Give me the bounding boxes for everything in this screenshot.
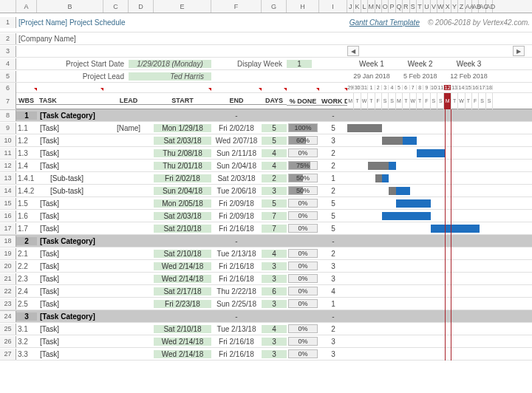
col-day[interactable]: AB — [472, 0, 479, 13]
end-cell[interactable]: Sun 2/04/18 — [211, 162, 262, 170]
start-cell[interactable]: Mon 2/05/18 — [154, 199, 211, 208]
task-cell[interactable]: [Task] — [37, 250, 103, 258]
wbs-cell[interactable]: 2.2 — [16, 262, 37, 270]
wbs-cell[interactable]: 1 — [16, 112, 37, 120]
rowhdr-6[interactable]: 6 — [0, 83, 16, 93]
wbs-cell[interactable]: 1.1 — [16, 124, 37, 132]
lead-value[interactable]: Ted Harris — [129, 72, 211, 81]
col-C[interactable]: C — [103, 0, 129, 13]
task-cell[interactable]: [Task Category] — [37, 112, 103, 120]
work-cell[interactable]: 2 — [319, 149, 347, 157]
days-cell[interactable]: 3 — [262, 275, 287, 283]
rowhdr-5[interactable]: 5 — [0, 71, 16, 82]
wbs-cell[interactable]: 1.3 — [16, 149, 37, 157]
rowhdr[interactable]: 25 — [0, 324, 16, 335]
table-row[interactable]: 121.4[Task]Thu 2/01/18Sun 2/04/18475%2 — [0, 160, 532, 172]
table-row[interactable]: 161.6[Task]Sat 2/03/18Fri 2/09/1870%5 — [0, 210, 532, 222]
pct-cell[interactable]: 60% — [288, 136, 318, 145]
col-I[interactable]: I — [319, 0, 347, 13]
days-cell[interactable]: 7 — [262, 212, 287, 220]
work-cell[interactable]: 3 — [319, 262, 347, 270]
pct-cell[interactable]: 100% — [288, 123, 318, 132]
col-day[interactable]: T — [417, 0, 423, 13]
table-row[interactable]: 253.1[Task]Sat 2/10/18Tue 2/13/1840%2 — [0, 323, 532, 335]
display-week-value[interactable]: 1 — [287, 60, 312, 68]
end-cell[interactable]: Tue 2/13/18 — [211, 325, 262, 333]
end-cell[interactable]: Sun 2/11/18 — [211, 149, 262, 157]
template-link[interactable]: Gantt Chart Template — [347, 18, 422, 27]
days-cell[interactable]: 3 — [262, 338, 287, 346]
days-cell[interactable]: 5 — [262, 199, 287, 208]
days-cell[interactable]: 4 — [262, 250, 287, 258]
task-cell[interactable]: [Task] — [37, 212, 103, 220]
end-cell[interactable]: Fri 2/09/18 — [211, 212, 262, 220]
rowhdr[interactable]: 23 — [0, 298, 16, 310]
wbs-cell[interactable]: 1.6 — [16, 212, 37, 220]
start-cell[interactable]: Sat 2/03/18 — [154, 137, 211, 145]
table-row[interactable]: 212.3[Task]Wed 2/14/18Fri 2/16/1830%3 — [0, 273, 532, 285]
end-cell[interactable]: Fri 2/16/18 — [211, 350, 262, 358]
table-row[interactable]: 151.5[Task]Mon 2/05/18Fri 2/09/1850%5 — [0, 197, 532, 210]
days-cell[interactable]: 7 — [262, 225, 287, 233]
table-row[interactable]: 141.4.2[Sub-task]Sun 2/04/18Tue 2/06/183… — [0, 185, 532, 197]
pct-cell[interactable]: 0% — [288, 249, 318, 258]
end-cell[interactable]: Fri 2/16/18 — [211, 262, 262, 270]
table-row[interactable]: 202.2[Task]Wed 2/14/18Fri 2/16/1830%3 — [0, 260, 532, 273]
days-cell[interactable]: 5 — [262, 137, 287, 145]
col-day[interactable]: U — [423, 0, 430, 13]
rowhdr[interactable]: 12 — [0, 160, 16, 171]
end-cell[interactable]: - — [211, 112, 262, 120]
wbs-cell[interactable]: 2.3 — [16, 275, 37, 283]
col-day[interactable]: S — [410, 0, 417, 13]
col-day[interactable]: AD — [486, 0, 493, 13]
work-cell[interactable]: 4 — [319, 287, 347, 295]
work-cell[interactable]: 5 — [319, 225, 347, 233]
wbs-cell[interactable]: 3.3 — [16, 350, 37, 358]
start-cell[interactable]: Wed 2/14/18 — [154, 275, 211, 283]
pct-cell[interactable]: 0% — [288, 324, 318, 333]
work-cell[interactable]: 5 — [319, 212, 347, 220]
days-cell[interactable]: 3 — [262, 300, 287, 308]
start-cell[interactable]: Sat 2/17/18 — [154, 287, 211, 295]
work-cell[interactable]: - — [319, 112, 347, 120]
wbs-cell[interactable]: 3.1 — [16, 325, 37, 333]
rowhdr[interactable]: 20 — [0, 261, 16, 272]
start-cell[interactable]: Fri 2/23/18 — [154, 300, 211, 308]
end-cell[interactable]: Fri 2/16/18 — [211, 338, 262, 346]
task-cell[interactable]: [Task] — [37, 124, 103, 132]
end-cell[interactable]: Fri 2/09/18 — [211, 199, 262, 208]
table-row[interactable]: 263.2[Task]Wed 2/14/18Fri 2/16/1830%3 — [0, 335, 532, 348]
start-cell[interactable]: Sat 2/03/18 — [154, 212, 211, 220]
rowhdr[interactable]: 22 — [0, 286, 16, 297]
rowhdr-3[interactable]: 3 — [0, 46, 16, 57]
end-cell[interactable]: Thu 2/22/18 — [211, 287, 262, 295]
table-row[interactable]: 171.7[Task]Sat 2/10/18Fri 2/16/1870%5 — [0, 222, 532, 235]
pct-cell[interactable]: 50% — [288, 174, 318, 182]
work-cell[interactable]: 1 — [319, 300, 347, 308]
work-cell[interactable]: 3 — [319, 137, 347, 145]
task-cell[interactable]: [Sub-task] — [37, 187, 103, 195]
pct-cell[interactable]: 0% — [288, 199, 318, 208]
rowhdr[interactable]: 27 — [0, 349, 16, 360]
work-cell[interactable]: 2 — [319, 187, 347, 195]
scroll-right-button[interactable]: ▶ — [513, 46, 525, 56]
pct-cell[interactable]: 0% — [288, 337, 318, 346]
task-cell[interactable]: [Task] — [37, 338, 103, 346]
start-cell[interactable]: Wed 2/14/18 — [154, 350, 211, 358]
col-day[interactable]: K — [354, 0, 361, 13]
col-day[interactable]: Y — [451, 0, 458, 13]
days-cell[interactable]: 3 — [262, 262, 287, 270]
start-cell[interactable]: Sat 2/10/18 — [154, 325, 211, 333]
work-cell[interactable]: 1 — [319, 174, 347, 182]
days-cell[interactable]: 6 — [262, 287, 287, 295]
scroll-left-button[interactable]: ◀ — [347, 46, 359, 56]
col-H[interactable]: H — [287, 0, 319, 13]
end-cell[interactable]: Wed 2/07/18 — [211, 137, 262, 145]
rowhdr-1[interactable]: 1 — [0, 17, 16, 28]
col-B[interactable]: B — [37, 0, 103, 13]
work-cell[interactable]: 2 — [319, 250, 347, 258]
rowhdr[interactable]: 13 — [0, 173, 16, 184]
task-cell[interactable]: [Task] — [37, 300, 103, 308]
col-day[interactable]: O — [382, 0, 389, 13]
days-cell[interactable]: 4 — [262, 325, 287, 333]
